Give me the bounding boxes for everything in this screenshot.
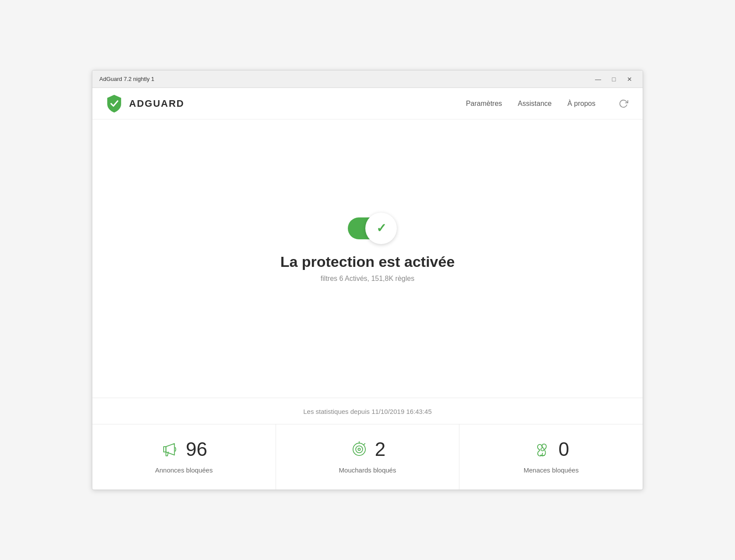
- stats-date: Les statistiques depuis 11/10/2019 16:43…: [92, 398, 643, 424]
- window-controls: — □ ✕: [592, 74, 636, 84]
- refresh-button[interactable]: [616, 97, 630, 111]
- svg-point-2: [358, 448, 360, 450]
- stat-top-menaces: 0: [533, 438, 569, 460]
- app-window: AdGuard 7.2 nightly 1 — □ ✕ ADGUARD Para…: [92, 70, 643, 490]
- stats-cards: 96 Annonces bloquées 2 Mouc: [92, 424, 643, 490]
- protection-toggle[interactable]: ✓: [348, 217, 387, 239]
- biohazard-icon: [533, 440, 552, 459]
- protection-toggle-container: ✓: [348, 217, 387, 239]
- toggle-thumb: ✓: [365, 213, 397, 244]
- checkmark-icon: ✓: [376, 221, 386, 235]
- maximize-button[interactable]: □: [608, 74, 620, 84]
- main-content: ✓ La protection est activée filtres 6 Ac…: [92, 119, 643, 398]
- stat-label-menaces: Menaces bloquées: [524, 466, 579, 474]
- close-button[interactable]: ✕: [623, 74, 636, 84]
- stat-card-annonces: 96 Annonces bloquées: [92, 424, 276, 490]
- target-icon: [350, 440, 369, 459]
- adguard-logo-icon: [105, 94, 124, 113]
- stat-count-annonces: 96: [186, 438, 207, 460]
- stats-section: Les statistiques depuis 11/10/2019 16:43…: [92, 398, 643, 490]
- stat-label-annonces: Annonces bloquées: [155, 466, 213, 474]
- nav-apropos[interactable]: À propos: [567, 100, 595, 108]
- nav-assistance[interactable]: Assistance: [518, 100, 552, 108]
- window-title: AdGuard 7.2 nightly 1: [99, 76, 592, 82]
- stat-card-mouchards: 2 Mouchards bloqués: [276, 424, 460, 490]
- status-title: La protection est activée: [280, 253, 455, 270]
- svg-point-1: [356, 446, 363, 453]
- minimize-button[interactable]: —: [592, 74, 604, 84]
- header: ADGUARD Paramètres Assistance À propos: [92, 88, 643, 119]
- nav-links: Paramètres Assistance À propos: [466, 97, 630, 111]
- status-subtitle: filtres 6 Activés, 151,8K règles: [321, 275, 414, 283]
- titlebar: AdGuard 7.2 nightly 1 — □ ✕: [92, 70, 643, 88]
- stat-count-mouchards: 2: [375, 438, 385, 460]
- megaphone-icon: [161, 440, 180, 459]
- refresh-icon: [619, 99, 628, 108]
- stat-top-annonces: 96: [161, 438, 207, 460]
- stat-label-mouchards: Mouchards bloqués: [339, 466, 396, 474]
- stat-card-menaces: 0 Menaces bloquées: [459, 424, 643, 490]
- nav-parametres[interactable]: Paramètres: [466, 100, 502, 108]
- stat-top-mouchards: 2: [350, 438, 385, 460]
- svg-point-0: [353, 443, 365, 455]
- stat-count-menaces: 0: [558, 438, 569, 460]
- logo-text: ADGUARD: [129, 98, 184, 109]
- logo-area: ADGUARD: [105, 94, 466, 113]
